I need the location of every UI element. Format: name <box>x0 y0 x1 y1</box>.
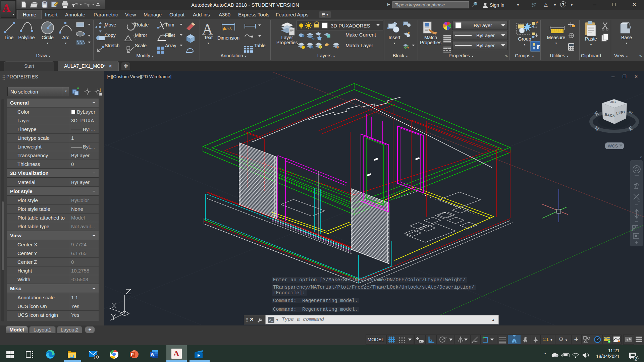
svg-text:2: 2 <box>635 357 637 361</box>
svg-text:3D PUXADORES: 3D PUXADORES <box>331 23 370 28</box>
svg-text:✕: ✕ <box>640 156 642 159</box>
svg-text:ByLayer: ByLayer <box>476 43 495 48</box>
svg-text:1: 1 <box>96 356 97 359</box>
svg-text:Make Current: Make Current <box>345 32 376 38</box>
svg-text:W: W <box>151 353 155 357</box>
svg-text:TOP: TOP <box>610 100 616 104</box>
svg-text:Match Layer: Match Layer <box>345 43 373 48</box>
svg-text:P: P <box>131 352 134 357</box>
svg-text:ByLayer: ByLayer <box>474 22 492 28</box>
svg-text:WCS: WCS <box>608 143 618 148</box>
svg-text:ByLayer: ByLayer <box>476 33 495 38</box>
